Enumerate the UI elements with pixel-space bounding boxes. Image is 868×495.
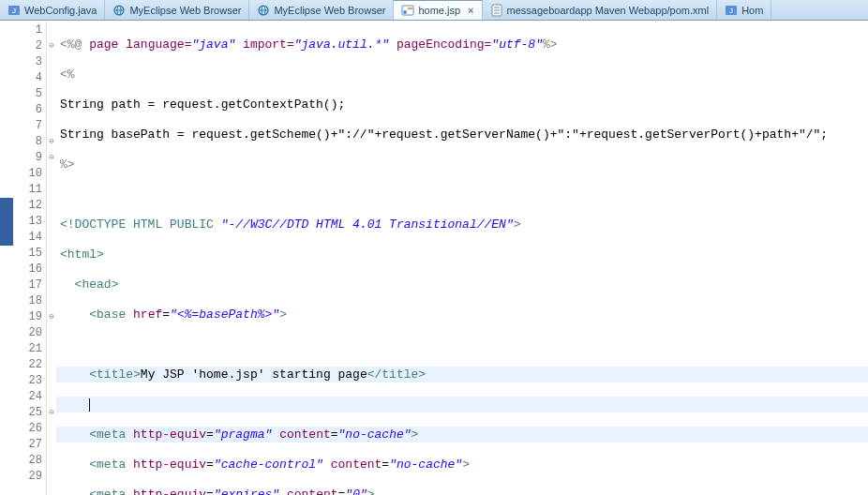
svg-point-9 — [403, 10, 407, 14]
tab-pom-xml[interactable]: messageboardapp Maven Webapp/pom.xml — [483, 0, 718, 20]
fold-icon[interactable]: ⊖ — [47, 38, 56, 54]
svg-text:J: J — [12, 7, 16, 15]
fold-column: ⊖ ⊖ ⊖ ⊖ ⊖ — [47, 21, 56, 495]
close-icon[interactable]: × — [468, 5, 473, 16]
editor: 1 2 3 4 5 6 7 8 9 10 11 12 13 14 15 16 1… — [0, 21, 868, 495]
tab-label: Hom — [741, 5, 763, 16]
tab-browser-1[interactable]: MyEclipse Web Browser — [105, 0, 249, 20]
jsp-icon — [401, 4, 414, 17]
tab-label: messageboardapp Maven Webapp/pom.xml — [507, 5, 710, 16]
tab-hom[interactable]: J Hom — [717, 0, 771, 20]
code-area[interactable]: <%@ page language="java" import="java.ut… — [56, 21, 868, 495]
fold-icon[interactable]: ⊖ — [47, 134, 56, 150]
tab-label: MyEclipse Web Browser — [274, 5, 385, 16]
tab-browser-2[interactable]: MyEclipse Web Browser — [249, 0, 394, 20]
tab-label: WebConfig.java — [24, 5, 97, 16]
fold-icon[interactable]: ⊖ — [47, 150, 56, 166]
tab-label: MyEclipse Web Browser — [129, 5, 241, 16]
line-numbers: 1 2 3 4 5 6 7 8 9 10 11 12 13 14 15 16 1… — [13, 21, 47, 495]
svg-rect-10 — [408, 8, 412, 9]
globe-icon — [257, 4, 270, 17]
fold-icon[interactable]: ⊖ — [47, 405, 56, 421]
text-caret — [89, 398, 90, 412]
java-icon: J — [725, 4, 738, 17]
svg-text:J: J — [729, 7, 733, 15]
java-icon: J — [7, 4, 21, 17]
tab-webconfig[interactable]: J WebConfig.java — [0, 0, 105, 20]
tab-label: home.jsp — [418, 5, 460, 16]
xml-icon — [490, 4, 503, 17]
marker-bar — [0, 21, 13, 495]
fold-icon[interactable]: ⊖ — [47, 309, 56, 325]
editor-tabs: J WebConfig.java MyEclipse Web Browser M… — [0, 0, 868, 21]
tab-home-jsp[interactable]: home.jsp × — [394, 0, 482, 20]
globe-icon — [112, 4, 126, 17]
